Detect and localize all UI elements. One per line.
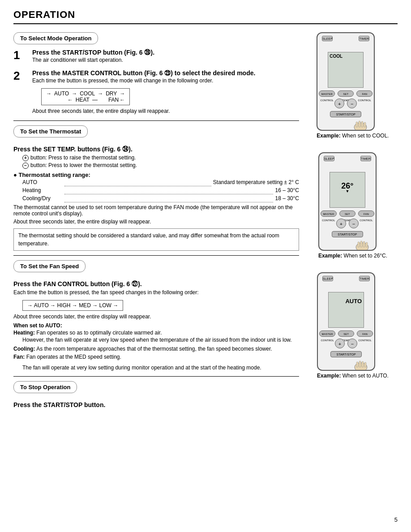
mode-arrow2: → [98,90,103,97]
mode-heat: HEAT [76,97,90,103]
hand-icon [351,119,369,131]
remote2-timer-btn: TIMER [360,156,371,161]
thermostat-range: ● Thermostat setting range: AUTO Standar… [13,172,299,202]
remote3-minus-btn[interactable]: − [347,339,357,348]
svg-rect-4 [364,122,366,127]
step2-number: 2 [13,69,30,82]
plus-icon: + [22,155,29,161]
mode-dry: DRY [106,90,117,97]
mode-arrow-start: → [46,90,51,97]
remote1-fan-btn: FANCONTROL [356,90,372,97]
section2-heading: To Set the Thermostat [13,125,88,137]
minus-icon: − [22,163,29,169]
cooling-auto-desc: As the room temperature approaches that … [36,346,272,352]
remote1-timer-btn: TIMER [359,36,369,41]
remote3-fan-btn: FANCONTROL [357,330,373,337]
remote1-image: SLEEP TIMER COOL MASTERCONTROL SETTEMP F… [317,32,375,131]
mode-row-top: → AUTO → COOL → DRY → [46,90,125,97]
remote2-btns-row: MASTERCONTROL SETTEMP FANCONTROL [319,210,376,217]
thermostat-note-box: The thermostat setting should be conside… [13,228,299,251]
section3-heading: To Set the Fan Speed [13,260,86,272]
fan-auto-label: Fan: [13,354,25,360]
remote2-master-btn: MASTERCONTROL [321,210,337,217]
remote2-startstop-btn[interactable]: START/STOP [332,231,363,237]
remote2-fan-btn: FANCONTROL [358,210,374,217]
section1-heading: To Select Mode Operation [13,32,98,44]
remote3-auto-display: AUTO [329,296,364,306]
remote2-arrow-down: ▼ [330,189,365,193]
section-stop: To Stop Operation Press the START/STOP b… [13,381,299,408]
mode-arrow-back: ← [68,97,73,103]
remote3-image: SLEEP TIMER AUTO MASTERCONTROL SETTEMP F… [317,272,375,371]
section1-after-text: About three seconds later, the entire di… [32,108,255,114]
hand2-icon [353,239,371,251]
step2-content: Press the MASTER CONTROL button (Fig. 6 … [32,69,255,116]
remote1-container: SLEEP TIMER COOL MASTERCONTROL SETTEMP F… [317,32,389,139]
separator1 [13,120,299,121]
remote1-set-btn: SETTEMP [338,90,354,97]
remote1-master-btn: MASTERCONTROL [319,90,335,97]
svg-rect-8 [363,241,365,247]
fan-flow-diagram: → AUTO → HIGH → MED → LOW → [22,300,123,311]
cooling-dots [64,194,273,202]
remote2-top-btns: SLEEP TIMER [319,153,376,161]
heating-value: 16 – 30°C [275,186,299,194]
section-thermostat: To Set the Thermostat Press the SET TEMP… [13,125,299,251]
remote1-plus-btn[interactable]: + [334,99,344,108]
svg-rect-2 [359,121,360,127]
mode-row-bottom: ← HEAT — — FAN ← [46,97,125,103]
remote3-master-btn: MASTERCONTROL [319,330,335,337]
btn-down-text: button: Press to lower the thermostat se… [30,162,137,168]
svg-rect-6 [358,242,360,247]
remote2-sleep-btn: SLEEP [324,156,334,161]
remote2-minus-btn[interactable]: − [349,219,359,228]
remote1-top-btns: SLEEP TIMER [317,33,374,41]
svg-rect-12 [359,361,361,367]
mode-arrow1: → [72,90,77,97]
section-select-mode: To Select Mode Operation 1 Press the STA… [13,32,299,116]
section2-after-text: About three seconds later, the entire di… [13,219,299,225]
btn-down-desc: − button: Press to lower the thermostat … [22,162,299,169]
btn-up-text: button: Press to raise the thermostat se… [30,154,136,161]
step1-title: Press the START/STOP button (Fig. 6 ㉘). [32,49,154,56]
section2-subtitle: Press the SET TEMP. buttons (Fig. 6 ㉔). [13,146,299,153]
example3-desc: When set to AUTO. [342,373,389,379]
auto-range-row: AUTO Standard temperature setting ± 2° C [22,178,299,186]
example2-text: Example: When set to 26°C. [318,253,387,259]
fan-auto-block: Fan: Fan operates at the MED speed setti… [13,354,299,360]
remote1-minus-btn[interactable]: − [347,99,357,108]
remote2-image: SLEEP TIMER 26° ▼ MASTERCONTROL SETTEMP … [318,152,377,251]
remote3-hand [318,359,374,371]
right-column: SLEEP TIMER COOL MASTERCONTROL SETTEMP F… [308,32,398,410]
remote3-timer-btn: TIMER [359,276,370,281]
mode-fan: FAN [108,97,119,103]
remote1-startstop-btn[interactable]: START/STOP [330,111,361,117]
cooling-range-row: Cooling/Dry 18 – 30°C [22,194,299,202]
svg-rect-3 [361,121,363,127]
example3-text: Example: When set to AUTO. [317,373,389,379]
svg-rect-1 [356,122,358,127]
svg-rect-14 [364,362,366,367]
cooling-auto-block: Cooling: As the room temperature approac… [13,346,299,352]
remote2-set-btn: SETTEMP [339,210,355,217]
auto-label: AUTO [22,178,63,186]
mode-cool: COOL [80,90,95,97]
remote2-container: SLEEP TIMER 26° ▼ MASTERCONTROL SETTEMP … [318,152,387,259]
remote2-hand [319,239,376,251]
remote3-screen: AUTO [328,292,364,328]
page-title: OPERATION [13,9,398,24]
cooling-label: Cooling/Dry [22,194,63,202]
step1-desc: The air conditioner will start operation… [32,57,154,63]
heating-auto-label: Heating: [13,330,35,336]
remote3-sleep-btn: SLEEP [322,276,333,281]
remote3-plus-btn[interactable]: + [335,339,345,348]
remote3-startstop-btn[interactable]: START/STOP [330,351,362,357]
remote1-hand [317,119,374,131]
example2-desc: When set to 26°C. [344,253,388,259]
step1: 1 Press the START/STOP button (Fig. 6 ㉘)… [13,49,299,65]
remote2-plus-btn[interactable]: + [336,219,346,228]
example1-text: Example: When set to COOL. [317,133,389,139]
heating-auto-block: Heating: Fan operates so as to optimally… [13,330,299,344]
section4-heading: To Stop Operation [13,381,77,393]
fan-auto-desc: Fan operates at the MED speed setting. [26,354,121,360]
